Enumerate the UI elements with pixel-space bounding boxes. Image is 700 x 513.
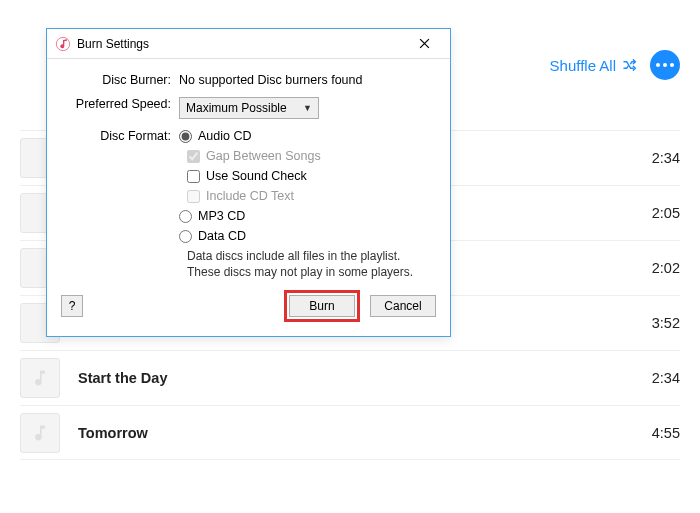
track-duration: 2:34 <box>620 370 680 386</box>
preferred-speed-label: Preferred Speed: <box>61 97 179 119</box>
shuffle-all-label: Shuffle All <box>550 57 616 74</box>
track-duration: 2:05 <box>620 205 680 221</box>
list-item[interactable]: Tomorrow 4:55 <box>20 405 680 460</box>
more-button[interactable] <box>650 50 680 80</box>
mp3-cd-label: MP3 CD <box>198 209 245 223</box>
track-duration: 4:55 <box>620 425 680 441</box>
cancel-button[interactable]: Cancel <box>370 295 436 317</box>
mp3-cd-radio[interactable] <box>179 210 192 223</box>
burn-settings-dialog: Burn Settings Disc Burner: No supported … <box>46 28 451 337</box>
preferred-speed-select[interactable]: Maximum Possible ▼ <box>179 97 319 119</box>
help-label: ? <box>69 299 76 313</box>
use-sound-check-checkbox[interactable] <box>187 170 200 183</box>
data-cd-radio[interactable] <box>179 230 192 243</box>
dot <box>663 63 667 67</box>
audio-cd-radio[interactable] <box>179 130 192 143</box>
dialog-title: Burn Settings <box>77 37 404 51</box>
gap-between-songs-label: Gap Between Songs <box>206 149 321 163</box>
use-sound-check-label: Use Sound Check <box>206 169 307 183</box>
track-duration: 2:02 <box>620 260 680 276</box>
playlist-header: Shuffle All <box>550 50 680 80</box>
data-cd-label: Data CD <box>198 229 246 243</box>
preferred-speed-selected: Maximum Possible <box>186 101 287 115</box>
close-icon <box>419 38 430 49</box>
shuffle-all-button[interactable]: Shuffle All <box>550 57 638 74</box>
audio-cd-label: Audio CD <box>198 129 252 143</box>
track-art <box>20 358 60 398</box>
help-button[interactable]: ? <box>61 295 83 317</box>
include-cd-text-label: Include CD Text <box>206 189 294 203</box>
dialog-footer: ? Burn Cancel <box>61 290 436 322</box>
dialog-body: Disc Burner: No supported Disc burners f… <box>47 59 450 336</box>
track-duration: 3:52 <box>620 315 680 331</box>
burn-highlight: Burn <box>284 290 360 322</box>
track-art <box>20 413 60 453</box>
disc-burner-label: Disc Burner: <box>61 73 179 87</box>
chevron-down-icon: ▼ <box>303 103 312 113</box>
note-line: These discs may not play in some players… <box>187 265 436 281</box>
data-cd-note: Data discs include all files in the play… <box>187 249 436 280</box>
track-duration: 2:34 <box>620 150 680 166</box>
cancel-label: Cancel <box>384 299 421 313</box>
burn-button[interactable]: Burn <box>289 295 355 317</box>
disc-burner-value: No supported Disc burners found <box>179 73 436 87</box>
track-title: Start the Day <box>78 370 620 386</box>
itunes-icon <box>55 36 71 52</box>
dot <box>670 63 674 67</box>
list-item[interactable]: Start the Day 2:34 <box>20 350 680 405</box>
titlebar[interactable]: Burn Settings <box>47 29 450 59</box>
shuffle-icon <box>622 57 638 73</box>
dot <box>656 63 660 67</box>
gap-between-songs-checkbox <box>187 150 200 163</box>
note-line: Data discs include all files in the play… <box>187 249 436 265</box>
track-title: Tomorrow <box>78 425 620 441</box>
close-button[interactable] <box>404 32 444 56</box>
burn-label: Burn <box>309 299 334 313</box>
disc-format-label: Disc Format: <box>61 129 179 143</box>
include-cd-text-checkbox <box>187 190 200 203</box>
